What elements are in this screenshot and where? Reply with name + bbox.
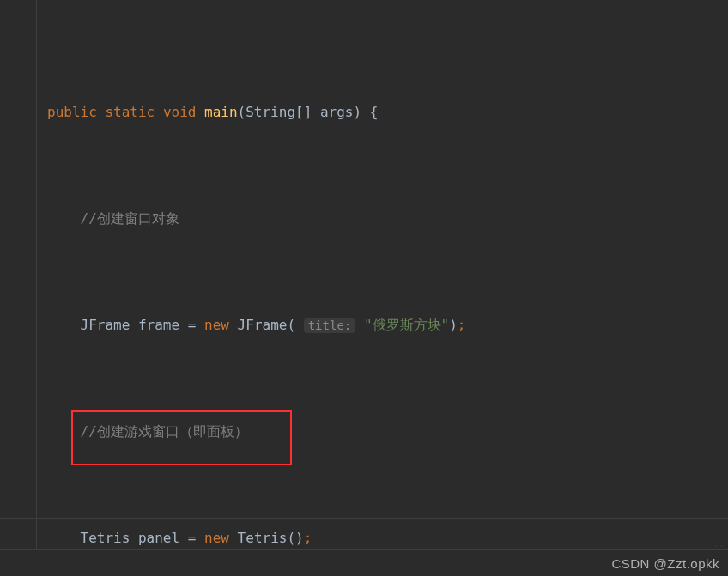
line-comment: //创建窗口对象 (47, 205, 519, 232)
code-editor[interactable]: public static void main(String[] args) {… (0, 0, 728, 576)
watermark-text: CSDN @Zzt.opkk (611, 556, 719, 571)
type: Tetris (81, 530, 130, 546)
kw-new: new (204, 317, 229, 333)
line-frame-decl: JFrame frame = new JFrame( title: "俄罗斯方块… (47, 312, 519, 338)
comment-text: //创建游戏窗口（即面板） (81, 423, 248, 440)
h-divider (0, 549, 728, 550)
faint-mark: ·· (713, 541, 725, 552)
type: JFrame (81, 317, 130, 333)
param-type: String[] (246, 104, 312, 120)
kw-public: public (47, 104, 97, 120)
kw-new: new (204, 530, 229, 546)
string-literal: "俄罗斯方块" (364, 317, 449, 333)
var: frame (138, 317, 179, 333)
h-divider (0, 518, 728, 519)
var: panel (138, 530, 179, 546)
param-name: args (320, 104, 354, 120)
kw-static: static (105, 104, 155, 120)
line-comment: //创建游戏窗口（即面板） (47, 418, 519, 445)
comment-text: //创建窗口对象 (81, 210, 179, 227)
line-method-signature: public static void main(String[] args) { (47, 99, 519, 125)
line-panel-decl: Tetris panel = new Tetris(); (47, 524, 519, 551)
param-hint-title: title: (304, 318, 356, 333)
method-main: main (204, 104, 238, 120)
gutter-divider (36, 0, 37, 549)
code-block: public static void main(String[] args) {… (47, 19, 519, 576)
ctor: Tetris (238, 530, 288, 546)
kw-void: void (163, 104, 197, 120)
ctor: JFrame (238, 317, 288, 333)
